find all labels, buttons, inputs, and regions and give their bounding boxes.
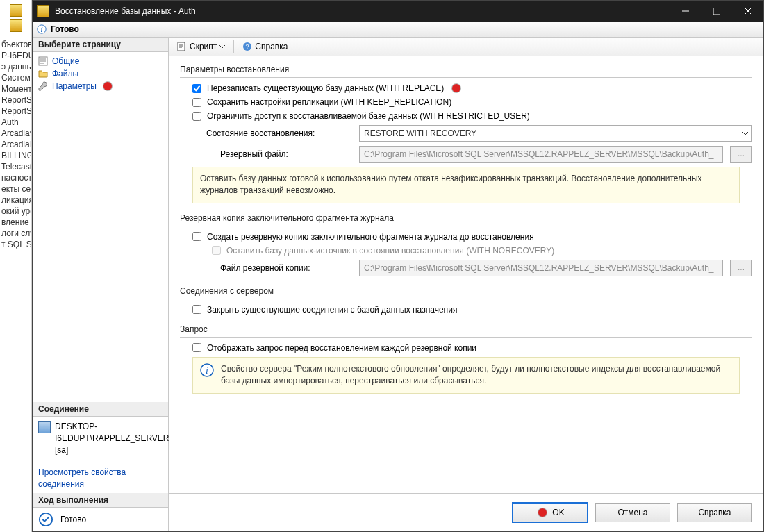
page-files[interactable]: Файлы — [33, 67, 168, 80]
cancel-button[interactable]: Отмена — [595, 503, 670, 522]
select-page-header: Выберите страницу — [33, 38, 168, 52]
tail-backup-checkbox[interactable]: Создать резервную копию заключительного … — [192, 232, 752, 242]
overwrite-checkbox[interactable]: Перезаписать существующую базу данных (W… — [192, 83, 752, 93]
maximize-button[interactable] — [701, 1, 732, 22]
highlight-dot-icon — [452, 84, 460, 92]
group-label: Параметры восстановления — [180, 65, 752, 74]
toolbar: Скрипт ? Справка — [169, 38, 763, 56]
connection-header: Соединение — [33, 402, 168, 417]
info-icon: i — [200, 363, 214, 377]
browse-button: ... — [730, 146, 752, 163]
norecovery-checkbox: Оставить базу данных-источник в состояни… — [212, 246, 752, 256]
close-button[interactable] — [732, 1, 763, 22]
restricted-user-checkbox[interactable]: Ограничить доступ к восстанавливаемой ба… — [192, 111, 752, 121]
tree-header: бъектов — [0, 39, 31, 50]
help-button[interactable]: Справка — [677, 503, 752, 522]
tree-item[interactable]: BILLING9 — [0, 150, 31, 161]
standby-file-label: Резервный файл: — [192, 149, 352, 159]
toolbar-label: Скрипт — [190, 42, 217, 51]
tree-item[interactable]: P-I6EDU — [0, 50, 31, 61]
checkbox-label: Ограничить доступ к восстанавливаемой ба… — [207, 111, 530, 121]
recovery-state-select[interactable]: RESTORE WITH RECOVERY — [359, 125, 752, 142]
tree-item[interactable]: ArcadiaIn — [0, 139, 31, 150]
dialog-footer: OK Отмена Справка — [169, 493, 763, 531]
checkbox-label: Создать резервную копию заключительного … — [207, 232, 534, 242]
tree-item[interactable]: ReportSe — [0, 94, 31, 106]
page-general[interactable]: Общие — [33, 55, 168, 67]
connection-value: DESKTOP-I6EDUPT\RAPPELZ_SERVER [sa] — [55, 421, 169, 456]
tree-item[interactable]: Arcadia9 — [0, 128, 31, 139]
svg-text:i: i — [206, 365, 208, 376]
page-options[interactable]: Параметры — [33, 80, 168, 92]
tree-item[interactable]: Auth — [0, 117, 31, 128]
view-connection-properties-link[interactable]: Просмотреть свойства соединения — [33, 460, 168, 493]
checkbox-input[interactable] — [192, 98, 201, 107]
help-button[interactable]: ? Справка — [240, 40, 290, 53]
button-label: Отмена — [617, 508, 647, 517]
standby-file-input: C:\Program Files\Microsoft SQL Server\MS… — [359, 146, 723, 163]
tree-item[interactable]: екты сер — [0, 183, 31, 194]
group-label: Соединения с сервером — [180, 286, 752, 296]
page-icon — [38, 56, 48, 66]
checkbox-input[interactable] — [192, 305, 201, 314]
tree-item[interactable]: Telecaste — [0, 161, 31, 172]
help-icon: ? — [242, 42, 252, 51]
keep-replication-checkbox[interactable]: Сохранить настройки репликации (WITH KEE… — [192, 97, 752, 107]
chevron-down-icon — [219, 44, 225, 49]
svg-text:?: ? — [246, 43, 249, 50]
recovery-state-label: Состояние восстановления: — [192, 128, 352, 138]
db-icon — [10, 4, 22, 17]
browse-button: ... — [730, 260, 752, 276]
tree-item[interactable]: Системн — [0, 72, 31, 83]
checkbox-label: Сохранить настройки репликации (WITH KEE… — [207, 97, 451, 107]
checkbox-input[interactable] — [192, 112, 201, 121]
tree-item[interactable]: э данных — [0, 61, 31, 72]
tree-item[interactable]: ReportSe — [0, 106, 31, 117]
close-connections-checkbox[interactable]: Закрыть существующие соединения с базой … — [192, 305, 752, 315]
tree-item[interactable]: ликация — [0, 194, 31, 206]
checkbox-input[interactable] — [192, 232, 201, 241]
ok-button[interactable]: OK — [512, 502, 588, 523]
folder-icon — [38, 69, 48, 78]
progress-check-icon — [38, 512, 53, 527]
button-label: Справка — [698, 508, 731, 517]
note-text: Свойство сервера "Режим полнотекстового … — [221, 363, 732, 388]
tail-log-group: Резервная копия заключительного фрагмент… — [180, 213, 752, 276]
tree-item[interactable]: окий уро — [0, 206, 31, 217]
tree-item[interactable]: вление — [0, 217, 31, 228]
wrench-icon — [38, 81, 48, 91]
prompt-checkbox[interactable]: Отображать запрос перед восстановлением … — [192, 343, 752, 353]
minimize-button[interactable] — [670, 1, 701, 22]
select-value: RESTORE WITH RECOVERY — [364, 128, 476, 138]
group-label: Запрос — [180, 324, 752, 334]
db-icon — [10, 19, 22, 32]
checkbox-input[interactable] — [192, 84, 201, 93]
highlight-dot-icon — [103, 82, 112, 90]
checkbox-label: Закрыть существующие соединения с базой … — [207, 305, 457, 315]
tree-item[interactable]: Момента — [0, 83, 31, 94]
checkbox-input[interactable] — [192, 343, 201, 352]
checkbox-input — [212, 246, 221, 255]
recovery-note: Оставить базу данных готовой к использов… — [192, 167, 740, 203]
titlebar[interactable]: Восстановление базы данных - Auth — [33, 1, 763, 22]
script-button[interactable]: Скрипт — [174, 40, 228, 53]
restore-database-dialog: Восстановление базы данных - Auth i Гото… — [32, 0, 764, 532]
tree-item[interactable]: пасност — [0, 172, 31, 183]
checkbox-label: Отображать запрос перед восстановлением … — [207, 343, 476, 353]
svg-rect-5 — [178, 42, 185, 51]
separator — [233, 40, 234, 53]
server-icon — [38, 421, 51, 433]
svg-text:i: i — [41, 26, 43, 33]
progress-text: Готово — [60, 515, 86, 524]
window-title: Восстановление базы данных - Auth — [55, 6, 670, 16]
server-connections-group: Соединения с сервером Закрыть существующ… — [180, 286, 752, 315]
tree-item[interactable]: т SQL Se — [0, 239, 31, 250]
tree-item[interactable]: логи слу — [0, 228, 31, 239]
highlight-dot-icon — [538, 508, 547, 517]
toolbar-label: Справка — [255, 42, 288, 51]
group-label: Резервная копия заключительного фрагмент… — [180, 213, 752, 223]
page-label: Общие — [52, 56, 79, 66]
checkbox-label: Оставить базу данных-источник в состояни… — [226, 246, 554, 256]
tail-file-input: C:\Program Files\Microsoft SQL Server\MS… — [359, 260, 723, 276]
tail-file-label: Файл резервной копии: — [192, 263, 352, 273]
